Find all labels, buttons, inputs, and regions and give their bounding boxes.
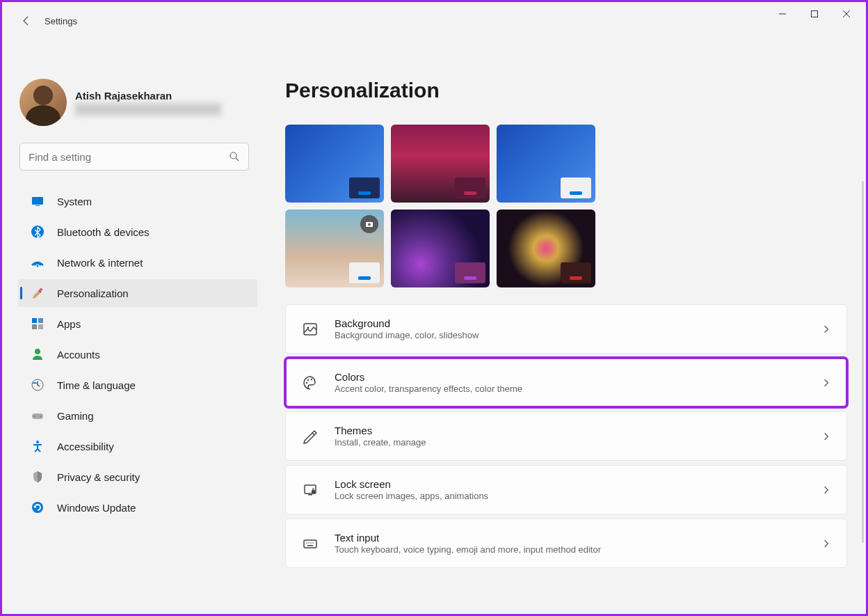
- svg-point-23: [368, 223, 371, 226]
- search-input[interactable]: [29, 151, 229, 163]
- search-box[interactable]: [19, 143, 249, 171]
- setting-text: Text input Touch keyboard, voice typing,…: [335, 532, 806, 555]
- svg-rect-17: [32, 413, 43, 419]
- theme-tile-4[interactable]: [391, 210, 490, 287]
- nav-item-time[interactable]: Time & language: [18, 371, 257, 399]
- network-icon: [31, 255, 45, 269]
- svg-rect-11: [32, 318, 37, 323]
- main-content: Personalization Background Background im…: [263, 30, 868, 616]
- svg-point-28: [311, 378, 312, 379]
- setting-card-textinput[interactable]: Text input Touch keyboard, voice typing,…: [285, 519, 847, 568]
- settings-list: Background Background image, color, slid…: [285, 304, 847, 568]
- theme-tile-0[interactable]: [285, 125, 384, 203]
- personalization-icon: [31, 286, 45, 300]
- svg-point-21: [32, 502, 43, 513]
- privacy-icon: [31, 470, 45, 484]
- update-icon: [31, 500, 45, 514]
- nav-label: Gaming: [57, 410, 94, 422]
- nav-label: Privacy & security: [57, 471, 140, 483]
- time-icon: [31, 378, 45, 392]
- chevron-right-icon: [821, 539, 831, 548]
- nav-item-system[interactable]: System: [18, 187, 257, 215]
- theme-preview-box: [349, 177, 380, 198]
- setting-title: Text input: [335, 532, 806, 544]
- setting-text: Background Background image, color, slid…: [335, 317, 806, 340]
- nav-item-gaming[interactable]: Gaming: [18, 402, 257, 429]
- svg-point-35: [310, 542, 312, 544]
- chevron-right-icon: [821, 378, 831, 388]
- svg-point-34: [308, 542, 310, 544]
- apps-icon: [31, 317, 45, 331]
- nav-label: System: [57, 196, 92, 207]
- setting-card-lockscreen[interactable]: Lock screen Lock screen images, apps, an…: [285, 465, 847, 514]
- app-title: Settings: [45, 16, 77, 26]
- back-button[interactable]: [19, 14, 33, 28]
- svg-rect-7: [35, 205, 40, 206]
- close-button[interactable]: [830, 3, 862, 25]
- nav-label: Accessibility: [57, 441, 114, 452]
- nav-item-network[interactable]: Network & internet: [18, 248, 257, 276]
- svg-rect-32: [304, 540, 316, 548]
- setting-desc: Touch keyboard, voice typing, emoji and …: [335, 544, 806, 555]
- svg-rect-14: [38, 324, 43, 329]
- svg-point-4: [230, 152, 236, 159]
- setting-desc: Lock screen images, apps, animations: [335, 491, 806, 501]
- svg-rect-31: [312, 490, 315, 493]
- minimize-button[interactable]: [766, 3, 798, 25]
- setting-text: Lock screen Lock screen images, apps, an…: [335, 478, 806, 501]
- setting-text: Colors Accent color, transparency effect…: [335, 371, 806, 394]
- theme-tile-2[interactable]: [497, 125, 595, 203]
- image-icon: [301, 320, 319, 338]
- chevron-right-icon: [821, 485, 831, 495]
- svg-point-27: [307, 379, 309, 380]
- nav-item-accounts[interactable]: Accounts: [18, 340, 257, 368]
- chevron-right-icon: [821, 324, 831, 334]
- pen-icon: [301, 427, 319, 445]
- theme-tile-1[interactable]: [391, 125, 490, 203]
- maximize-button[interactable]: [798, 3, 830, 25]
- nav-item-accessibility[interactable]: Accessibility: [18, 432, 257, 460]
- palette-icon: [301, 374, 319, 392]
- svg-point-33: [306, 542, 307, 544]
- lock-icon: [301, 481, 319, 499]
- nav-item-privacy[interactable]: Privacy & security: [18, 463, 257, 491]
- theme-tile-5[interactable]: [497, 210, 595, 287]
- avatar: [19, 79, 67, 126]
- page-title: Personalization: [285, 79, 847, 102]
- setting-title: Lock screen: [335, 478, 806, 490]
- nav-label: Personalization: [57, 287, 129, 299]
- chevron-right-icon: [821, 432, 831, 441]
- nav-list: SystemBluetooth & devicesNetwork & inter…: [0, 187, 263, 521]
- nav-item-bluetooth[interactable]: Bluetooth & devices: [18, 218, 257, 246]
- svg-point-20: [36, 441, 39, 443]
- svg-point-26: [306, 381, 307, 383]
- svg-point-10: [40, 288, 42, 291]
- svg-rect-6: [32, 197, 43, 205]
- setting-card-themes[interactable]: Themes Install, create, manage: [285, 411, 847, 461]
- nav-label: Time & language: [57, 379, 136, 391]
- theme-preview-box: [455, 262, 485, 283]
- theme-preview-box: [349, 262, 380, 283]
- setting-card-colors[interactable]: Colors Accent color, transparency effect…: [285, 358, 847, 407]
- svg-point-19: [40, 416, 41, 417]
- theme-preview-box: [455, 177, 485, 198]
- scrollbar[interactable]: [862, 181, 864, 543]
- theme-preview-box: [561, 177, 591, 198]
- sidebar: Atish Rajasekharan SystemBluetooth & dev…: [0, 30, 263, 616]
- nav-item-update[interactable]: Windows Update: [18, 493, 257, 521]
- svg-point-18: [34, 416, 35, 417]
- user-section[interactable]: Atish Rajasekharan: [0, 79, 263, 143]
- svg-rect-13: [32, 324, 37, 329]
- nav-label: Accounts: [57, 349, 100, 361]
- svg-rect-1: [812, 11, 818, 17]
- setting-card-background[interactable]: Background Background image, color, slid…: [285, 304, 847, 354]
- accessibility-icon: [31, 439, 45, 453]
- nav-item-personalization[interactable]: Personalization: [18, 279, 257, 307]
- theme-tile-3[interactable]: [285, 210, 384, 287]
- camera-icon: [360, 215, 378, 233]
- accounts-icon: [31, 347, 45, 361]
- nav-item-apps[interactable]: Apps: [18, 310, 257, 338]
- search-icon: [229, 151, 240, 162]
- svg-line-5: [236, 158, 239, 161]
- svg-point-15: [35, 349, 40, 354]
